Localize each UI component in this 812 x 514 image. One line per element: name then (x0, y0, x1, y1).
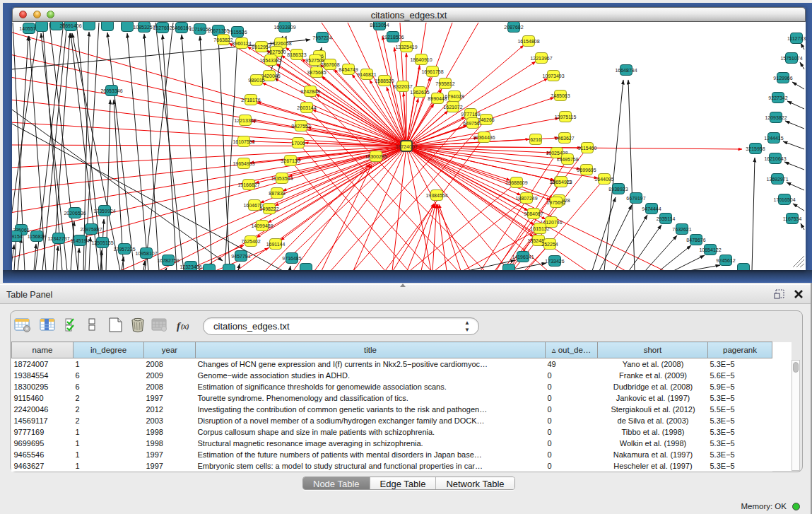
svg-text:8322037: 8322037 (393, 84, 412, 89)
svg-text:12213369: 12213369 (234, 118, 256, 123)
svg-text:10671355: 10671355 (207, 28, 229, 33)
svg-text:(x): (x) (181, 322, 189, 331)
svg-text:8938923: 8938923 (608, 187, 628, 192)
svg-text:8454749: 8454749 (339, 67, 358, 72)
svg-text:8478676: 8478676 (686, 238, 705, 243)
svg-text:17957235: 17957235 (113, 247, 135, 252)
svg-text:8813054: 8813054 (370, 23, 389, 28)
svg-text:12093822: 12093822 (765, 115, 787, 120)
svg-text:7515526: 7515526 (228, 30, 247, 35)
svg-text:9084067: 9084067 (524, 211, 543, 216)
svg-text:2935114: 2935114 (657, 216, 676, 221)
svg-text:3498222: 3498222 (259, 206, 278, 211)
svg-text:9245612: 9245612 (716, 258, 735, 263)
svg-text:9115460: 9115460 (578, 146, 597, 151)
svg-text:1167534: 1167534 (783, 216, 802, 221)
svg-text:3215958: 3215958 (746, 146, 765, 151)
svg-text:9227342: 9227342 (768, 95, 787, 100)
svg-text:1112733: 1112733 (787, 36, 806, 41)
svg-text:20364436: 20364436 (473, 135, 495, 140)
svg-text:16210643: 16210643 (764, 156, 786, 161)
svg-text:887833: 887833 (269, 191, 285, 196)
svg-text:746266: 746266 (478, 117, 494, 122)
svg-text:18300295: 18300295 (365, 154, 387, 159)
svg-text:7663822: 7663822 (213, 37, 233, 42)
svg-text:10853257: 10853257 (133, 25, 155, 30)
svg-text:12505135: 12505135 (91, 240, 113, 245)
svg-text:18807249: 18807249 (515, 196, 537, 201)
svg-text:18724007: 18724007 (395, 144, 417, 149)
svg-text:17006: 17006 (291, 141, 305, 146)
svg-text:1145194: 1145194 (71, 238, 90, 243)
svg-text:9242848: 9242848 (300, 89, 319, 94)
svg-text:9129966: 9129966 (773, 76, 792, 81)
svg-text:1615132: 1615132 (530, 226, 549, 231)
svg-text:19384554: 19384554 (425, 193, 447, 198)
svg-text:12213967: 12213967 (530, 56, 552, 61)
svg-text:11353594: 11353594 (271, 176, 293, 181)
svg-text:16154808: 16154808 (517, 39, 539, 44)
svg-text:13975115: 13975115 (555, 115, 577, 119)
svg-text:989015: 989015 (248, 78, 264, 83)
svg-text:9457791: 9457791 (231, 254, 250, 259)
svg-text:10973493: 10973493 (542, 74, 564, 78)
svg-text:1362635: 1362635 (410, 90, 429, 95)
svg-text:1644095: 1644095 (594, 177, 613, 182)
svg-text:18640910: 18640910 (410, 57, 432, 62)
svg-text:7957224: 7957224 (312, 35, 331, 40)
svg-text:2087682: 2087682 (504, 25, 523, 30)
svg-text:1588520: 1588520 (375, 78, 394, 83)
svg-text:9699695: 9699695 (577, 168, 596, 173)
svg-text:16961758: 16961758 (421, 69, 443, 74)
svg-text:13495758: 13495758 (556, 157, 578, 162)
svg-text:9146821: 9146821 (357, 72, 376, 77)
svg-text:17359924: 17359924 (93, 209, 115, 214)
svg-text:6794028: 6794028 (445, 94, 464, 99)
svg-text:1156829: 1156829 (28, 234, 47, 239)
svg-text:39154: 39154 (12, 234, 23, 239)
svg-text:12323466: 12323466 (180, 264, 201, 269)
svg-text:12342737: 12342737 (47, 236, 69, 241)
svg-text:1975692: 1975692 (546, 200, 565, 205)
svg-text:8912954: 8912954 (252, 45, 271, 49)
svg-text:1691144: 1691144 (266, 242, 286, 247)
svg-text:13325419: 13325419 (395, 45, 417, 49)
svg-text:19654933: 19654933 (233, 161, 254, 166)
svg-text:16648784: 16648784 (615, 68, 637, 73)
svg-text:2718176: 2718176 (241, 98, 260, 103)
svg-text:1621072: 1621072 (443, 105, 462, 110)
svg-text:19218506: 19218506 (382, 35, 404, 40)
svg-text:2867608: 2867608 (320, 62, 339, 67)
svg-text:9827500: 9827500 (266, 49, 286, 54)
svg-text:8960124: 8960124 (232, 41, 251, 46)
svg-text:17016504: 17016504 (773, 197, 795, 202)
svg-text:15751074: 15751074 (780, 56, 802, 61)
svg-text:252254: 252254 (541, 242, 558, 247)
svg-text:10688609: 10688609 (505, 180, 527, 185)
svg-text:26053346: 26053346 (100, 88, 122, 93)
svg-text:16543382: 16543382 (259, 58, 281, 63)
svg-text:9463627: 9463627 (555, 136, 574, 141)
svg-text:1244415: 1244415 (764, 136, 783, 141)
svg-text:7632621: 7632621 (672, 227, 691, 232)
svg-text:16107553: 16107553 (233, 139, 254, 144)
svg-text:16033809: 16033809 (273, 25, 295, 30)
svg-text:13226058: 13226058 (269, 41, 291, 46)
svg-text:20691406: 20691406 (59, 23, 81, 28)
svg-text:7625402: 7625402 (241, 239, 260, 244)
svg-text:10654122: 10654122 (699, 247, 721, 252)
svg-text:13692971: 13692971 (766, 177, 788, 182)
svg-text:9474444: 9474444 (642, 206, 661, 211)
svg-text:14099489: 14099489 (251, 223, 273, 228)
svg-text:7955812: 7955812 (435, 81, 454, 86)
svg-text:16782759: 16782759 (157, 258, 179, 263)
svg-text:20206536: 20206536 (64, 211, 86, 216)
svg-text:23975887: 23975887 (80, 227, 102, 232)
svg-text:8186323: 8186323 (287, 52, 306, 57)
svg-text:7485063: 7485063 (551, 93, 570, 98)
svg-text:6679197: 6679197 (626, 196, 645, 201)
svg-text:8427552: 8427552 (291, 124, 310, 129)
svg-text:19166827: 19166827 (237, 182, 259, 187)
svg-text:3875685: 3875685 (307, 70, 326, 75)
svg-text:3267130: 3267130 (281, 158, 300, 163)
